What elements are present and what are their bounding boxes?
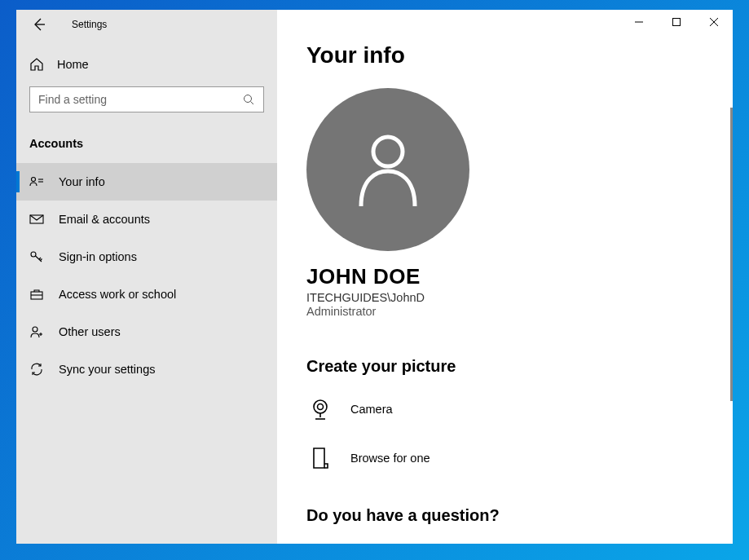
page-title: Your info [306, 42, 703, 68]
nav-label: Sign-in options [59, 250, 137, 263]
person-add-icon [29, 324, 44, 339]
back-button[interactable] [29, 15, 49, 34]
svg-point-11 [31, 252, 36, 257]
svg-line-6 [251, 101, 254, 104]
search-input[interactable] [38, 93, 243, 106]
svg-point-18 [314, 400, 327, 413]
camera-label: Camera [350, 403, 393, 416]
question-title: Do you have a question? [306, 506, 703, 525]
nav-other-users[interactable]: Other users [16, 313, 277, 351]
briefcase-icon [29, 287, 44, 302]
nav-label: Your info [59, 175, 105, 188]
user-role: Administrator [306, 305, 703, 318]
search-icon [243, 94, 255, 106]
settings-window: Settings Home Accounts [16, 10, 733, 544]
key-icon [29, 249, 44, 264]
user-domain: ITECHGUIDES\JohnD [306, 291, 703, 304]
home-icon [29, 57, 44, 72]
browse-icon [306, 444, 334, 472]
user-name: JOHN DOE [306, 264, 703, 289]
titlebar: Settings [16, 10, 277, 39]
sync-icon [29, 362, 44, 377]
svg-point-7 [32, 178, 36, 182]
camera-icon [306, 395, 334, 423]
create-picture-title: Create your picture [306, 357, 703, 376]
nav-list: Your info Email & accounts Sign-in optio… [16, 163, 277, 388]
nav-label: Other users [59, 325, 121, 338]
app-title: Settings [72, 19, 107, 30]
svg-point-17 [373, 137, 403, 166]
browse-label: Browse for one [350, 452, 430, 465]
nav-email-accounts[interactable]: Email & accounts [16, 201, 277, 238]
camera-option[interactable]: Camera [306, 395, 703, 423]
svg-point-14 [33, 327, 37, 332]
nav-sync-settings[interactable]: Sync your settings [16, 351, 277, 388]
home-nav[interactable]: Home [29, 39, 264, 83]
nav-access-work[interactable]: Access work or school [16, 276, 277, 313]
browse-option[interactable]: Browse for one [306, 444, 703, 472]
nav-your-info[interactable]: Your info [16, 163, 277, 201]
nav-label: Sync your settings [59, 363, 155, 376]
nav-signin-options[interactable]: Sign-in options [16, 238, 277, 276]
category-label: Accounts [29, 112, 264, 163]
avatar [306, 88, 469, 251]
sidebar: Settings Home Accounts [16, 10, 277, 544]
search-box[interactable] [29, 86, 264, 112]
nav-label: Email & accounts [59, 213, 150, 226]
home-label: Home [57, 58, 89, 71]
scrollbar[interactable] [730, 108, 733, 401]
nav-label: Access work or school [59, 288, 176, 301]
person-card-icon [29, 174, 44, 189]
content-area: Your info JOHN DOE ITECHGUIDES\JohnD Adm… [277, 10, 733, 544]
svg-point-5 [245, 95, 252, 102]
svg-point-19 [318, 404, 324, 410]
envelope-icon [29, 212, 44, 227]
